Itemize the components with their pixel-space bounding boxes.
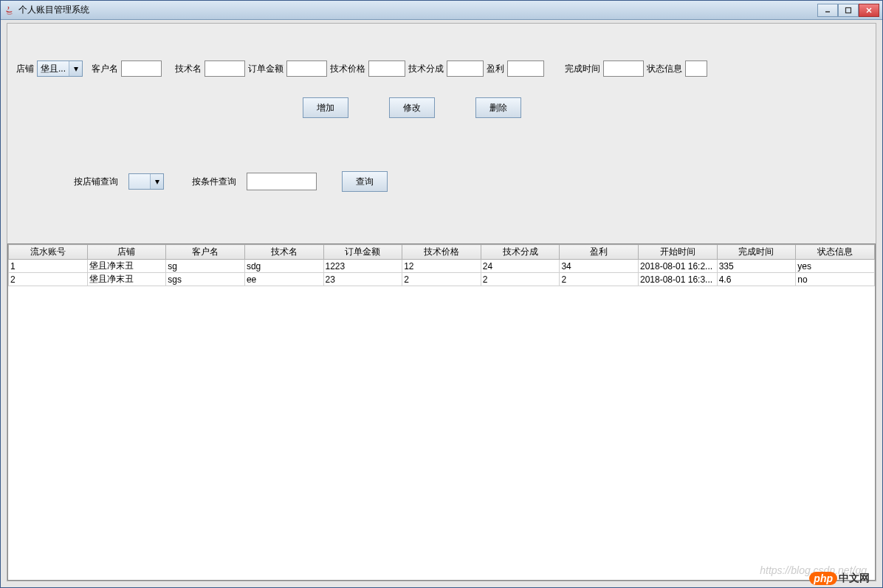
chevron-down-icon: ▾: [150, 174, 163, 189]
table-cell: 2: [560, 273, 639, 286]
shop-combobox-value: 垡且...: [38, 63, 69, 75]
app-window: 个人账目管理系统 店铺 垡且... ▾ 客户名 技术名 订单金额 技术价格 技术…: [0, 0, 883, 588]
window-controls: [817, 4, 879, 17]
svg-rect-1: [846, 7, 851, 13]
tech-label: 技术名: [175, 63, 202, 75]
table-cell: 2018-08-01 16:2...: [639, 260, 718, 273]
status-label: 状态信息: [647, 63, 682, 75]
search-shop-combobox[interactable]: ▾: [128, 173, 164, 190]
tech-price-input[interactable]: [368, 60, 405, 77]
table-cell: 4.6: [717, 273, 796, 286]
table-cell: 垡且净末丑: [87, 260, 166, 273]
finish-time-label: 完成时间: [565, 63, 600, 75]
table-header[interactable]: 店铺: [87, 245, 166, 260]
window-title: 个人账目管理系统: [18, 4, 89, 16]
finish-time-input[interactable]: [603, 60, 644, 77]
minimize-button[interactable]: [817, 4, 838, 17]
data-table-wrap[interactable]: 流水账号店铺客户名技术名订单金额技术价格技术分成盈利开始时间完成时间状态信息 1…: [7, 243, 876, 581]
table-header[interactable]: 开始时间: [639, 245, 718, 260]
table-header[interactable]: 流水账号: [9, 245, 88, 260]
profit-input[interactable]: [507, 60, 544, 77]
table-cell: 2: [9, 273, 88, 286]
table-cell: 24: [481, 260, 560, 273]
search-cond-input[interactable]: [247, 173, 317, 190]
site-logo: php 中文网: [809, 572, 870, 585]
order-amount-input[interactable]: [286, 60, 327, 77]
logo-cn: 中文网: [839, 572, 870, 585]
tech-share-label: 技术分成: [408, 63, 444, 75]
table-cell: 2018-08-01 16:3...: [639, 273, 718, 286]
table-header[interactable]: 完成时间: [717, 245, 796, 260]
close-button[interactable]: [859, 4, 879, 17]
table-header[interactable]: 技术分成: [481, 245, 560, 260]
query-button[interactable]: 查询: [342, 171, 388, 192]
table-cell: sgs: [166, 273, 245, 286]
form-row: 店铺 垡且... ▾ 客户名 技术名 订单金额 技术价格 技术分成 盈利 完成时…: [16, 60, 867, 77]
table-cell: sdg: [244, 260, 323, 273]
table-cell: 2: [402, 273, 481, 286]
chevron-down-icon: ▾: [69, 61, 82, 76]
status-input[interactable]: [685, 60, 707, 77]
table-cell: yes: [796, 260, 875, 273]
data-table: 流水账号店铺客户名技术名订单金额技术价格技术分成盈利开始时间完成时间状态信息 1…: [8, 244, 875, 286]
table-cell: 2: [481, 273, 560, 286]
tech-input[interactable]: [205, 60, 245, 77]
profit-label: 盈利: [487, 63, 504, 75]
maximize-button[interactable]: [838, 4, 859, 17]
table-row[interactable]: 2垡且净末丑sgsee232222018-08-01 16:3...4.6no: [9, 273, 875, 286]
shop-combobox[interactable]: 垡且... ▾: [37, 60, 83, 77]
table-cell: no: [796, 273, 875, 286]
delete-button[interactable]: 删除: [475, 97, 521, 118]
table-header[interactable]: 技术价格: [402, 245, 481, 260]
logo-php: php: [809, 572, 837, 585]
search-by-shop-label: 按店铺查询: [74, 176, 118, 188]
tech-price-label: 技术价格: [330, 63, 365, 75]
table-cell: ee: [244, 273, 323, 286]
customer-label: 客户名: [92, 63, 118, 75]
java-icon: [4, 4, 16, 16]
table-header[interactable]: 客户名: [166, 245, 245, 260]
table-cell: 1: [9, 260, 88, 273]
table-cell: 23: [323, 273, 402, 286]
table-header[interactable]: 盈利: [560, 245, 639, 260]
content-pane: 店铺 垡且... ▾ 客户名 技术名 订单金额 技术价格 技术分成 盈利 完成时…: [7, 23, 876, 581]
search-by-cond-label: 按条件查询: [192, 176, 236, 188]
table-row[interactable]: 1垡且净末丑sgsdg12231224342018-08-01 16:2...3…: [9, 260, 875, 273]
table-header[interactable]: 状态信息: [796, 245, 875, 260]
add-button[interactable]: 增加: [303, 97, 348, 118]
shop-label: 店铺: [16, 63, 34, 75]
table-cell: 34: [560, 260, 639, 273]
order-amount-label: 订单金额: [248, 63, 284, 75]
table-cell: sg: [166, 260, 245, 273]
edit-button[interactable]: 修改: [389, 97, 435, 118]
action-buttons: 增加 修改 删除: [303, 97, 521, 118]
table-cell: 335: [717, 260, 796, 273]
tech-share-input[interactable]: [447, 60, 484, 77]
titlebar[interactable]: 个人账目管理系统: [1, 1, 882, 20]
table-header[interactable]: 技术名: [244, 245, 323, 260]
table-cell: 垡且净末丑: [87, 273, 166, 286]
customer-input[interactable]: [121, 60, 162, 77]
table-header[interactable]: 订单金额: [323, 245, 402, 260]
table-cell: 12: [402, 260, 481, 273]
table-cell: 1223: [323, 260, 402, 273]
search-row: 按店铺查询 ▾ 按条件查询 查询: [74, 171, 388, 192]
